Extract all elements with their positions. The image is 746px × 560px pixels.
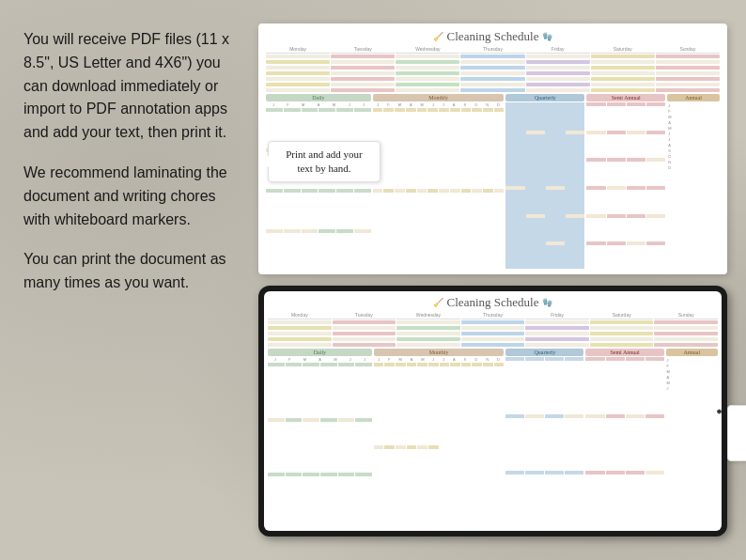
right-column: 🧹 Cleaning Schedule 🧤 Monday xyxy=(258,19,727,541)
gloves-icon-top: 🧤 xyxy=(542,32,552,41)
day-label-fri: Friday xyxy=(526,46,590,54)
gloves-icon-bottom: 🧤 xyxy=(542,298,552,307)
section-quarterly: Quarterly xyxy=(505,94,584,269)
schedule-title-bottom: 🧹 Cleaning Schedule 🧤 xyxy=(268,295,718,310)
tablet-wrapper: 🧹 Cleaning Schedule 🧤 Monday xyxy=(258,286,727,537)
quarterly-grid xyxy=(505,102,584,269)
day-col-sun: Sunday xyxy=(656,46,720,93)
day-col-thu: Thursday xyxy=(460,46,524,93)
days-header-bottom: Monday Tuesday xyxy=(268,312,718,348)
section-annual: Annual JFMAMJJASOND xyxy=(667,94,720,269)
tablet-camera-dot xyxy=(717,409,722,413)
day-label-thu: Thursday xyxy=(460,46,524,54)
days-header-top: Monday Tuesday xyxy=(266,46,720,93)
day-col-sat: Saturday xyxy=(591,46,655,93)
day-label-wed: Wednesday xyxy=(396,46,459,54)
semiannual-label: Semi Annual xyxy=(586,94,665,101)
day-col-mon: Monday xyxy=(266,46,330,93)
schedule-heading-bottom: Cleaning Schedule xyxy=(447,295,539,310)
daily-month-labels: JFMAMJJ xyxy=(266,102,371,107)
annual-label: Annual xyxy=(667,94,720,101)
day-col-tue: Tuesday xyxy=(331,46,395,93)
daily-label: Daily xyxy=(266,94,371,101)
monthly-month-labels: JFMAMJJASOND xyxy=(373,102,505,107)
monthly-label-bottom: Monthly xyxy=(374,349,505,356)
monthly-label: Monthly xyxy=(373,94,505,101)
day-label-sun: Sunday xyxy=(656,46,720,54)
schedule-content-bottom: 🧹 Cleaning Schedule 🧤 Monday xyxy=(264,291,722,531)
text-block-3: You can print the document as many times… xyxy=(23,248,240,295)
left-text-column: You will receive PDF files (11 x 8.5", U… xyxy=(19,19,244,541)
schedule-title-top: 🧹 Cleaning Schedule 🧤 xyxy=(266,29,720,44)
schedule-heading-top: Cleaning Schedule xyxy=(447,29,539,44)
annual-months: JFMAMJJASOND xyxy=(667,102,720,171)
daily-label-bottom: Daily xyxy=(268,349,372,356)
day-label-sat: Saturday xyxy=(591,46,655,54)
day-col-wed: Wednesday xyxy=(396,46,459,93)
semiannual-grid xyxy=(586,102,665,269)
callout-bottom: Import to PDF annotation apps, add text,… xyxy=(727,405,746,461)
printed-schedule-section: 🧹 Cleaning Schedule 🧤 Monday xyxy=(258,23,727,274)
callout-top: Print and add your text by hand. xyxy=(268,141,381,183)
daily-grid xyxy=(266,108,371,269)
broom-icon-top: 🧹 xyxy=(433,32,443,41)
text-block-1: You will receive PDF files (11 x 8.5", U… xyxy=(23,28,240,145)
semiannual-label-bottom: Semi Annual xyxy=(585,349,663,356)
section-semiannual: Semi Annual xyxy=(586,94,665,269)
tablet-schedule-section: 🧹 Cleaning Schedule 🧤 Monday xyxy=(258,286,727,537)
callout-top-text: Print and add your text by hand. xyxy=(286,148,363,174)
day-col-fri: Friday xyxy=(526,46,590,93)
monthly-grid xyxy=(373,108,505,269)
section-monthly: Monthly JFMAMJJASOND xyxy=(373,94,505,269)
day-label-tue: Tuesday xyxy=(331,46,395,54)
tablet-inner: 🧹 Cleaning Schedule 🧤 Monday xyxy=(264,291,722,531)
text-block-2: We recommend laminating the document and… xyxy=(23,162,240,231)
annual-label-bottom: Annual xyxy=(666,349,718,356)
quarterly-label: Quarterly xyxy=(505,94,584,101)
broom-icon-bottom: 🧹 xyxy=(433,298,443,307)
day-label-mon: Monday xyxy=(266,46,330,54)
quarterly-label-bottom: Quarterly xyxy=(505,349,583,356)
bottom-sections-bottom: Daily JFMAMJJ xyxy=(268,349,718,527)
